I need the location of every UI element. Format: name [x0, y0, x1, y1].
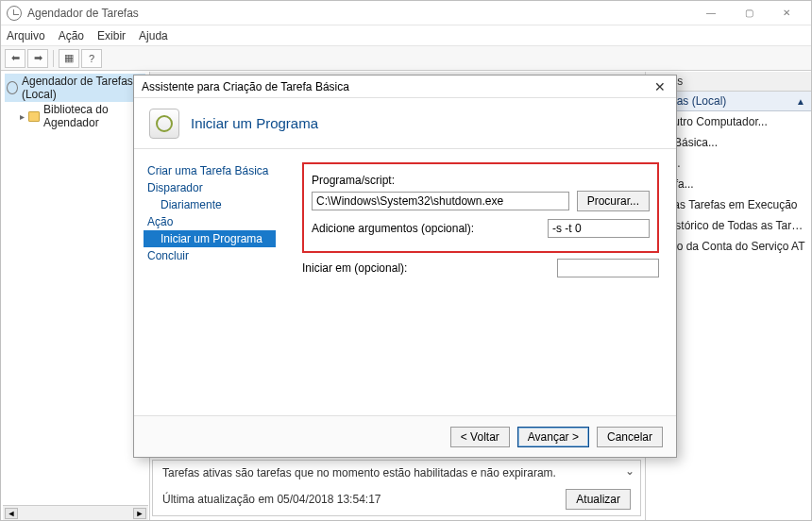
browse-button[interactable]: Procurar...	[577, 191, 650, 211]
back-button-wizard[interactable]: < Voltar	[450, 427, 510, 447]
tree-root-label: Agendador de Tarefas (Local)	[22, 75, 145, 101]
nav-daily[interactable]: Diariamente	[144, 196, 276, 213]
startin-label: Iniciar em (opcional):	[302, 261, 491, 275]
nav-action[interactable]: Ação	[144, 213, 276, 230]
tree-hscrollbar[interactable]: ◄ ►	[3, 505, 148, 520]
wizard-nav: Criar uma Tarefa Básica Disparador Diari…	[134, 149, 285, 415]
toolbar-btn-2[interactable]: ?	[81, 49, 102, 68]
wizard-close-button[interactable]: ✕	[651, 78, 668, 95]
scroll-right-icon[interactable]: ►	[133, 508, 146, 519]
toolbar: ⬅ ➡ ▦ ?	[1, 46, 811, 71]
program-label: Programa/script:	[312, 174, 395, 187]
args-input[interactable]	[548, 219, 650, 238]
nav-finish[interactable]: Concluir	[144, 247, 276, 264]
toolbar-btn-1[interactable]: ▦	[59, 49, 79, 68]
wizard-header-icon	[149, 109, 179, 139]
tree-root[interactable]: Agendador de Tarefas (Local)	[5, 74, 145, 102]
menu-ajuda[interactable]: Ajuda	[139, 29, 168, 42]
wizard-body: Criar uma Tarefa Básica Disparador Diari…	[134, 149, 676, 415]
expand-icon[interactable]: ▸	[20, 111, 25, 122]
separator	[53, 50, 54, 67]
next-button[interactable]: Avançar >	[517, 427, 589, 447]
scheduler-icon	[7, 81, 18, 94]
minimize-button[interactable]: —	[692, 3, 730, 24]
main-window: Agendador de Tarefas — ▢ ✕ Arquivo Ação …	[0, 0, 812, 521]
nav-create-basic[interactable]: Criar uma Tarefa Básica	[144, 162, 276, 179]
tree-panel: Agendador de Tarefas (Local) ▸ Bibliotec…	[1, 72, 150, 520]
tree-library[interactable]: ▸ Biblioteca do Agendador	[18, 102, 145, 130]
wizard-titlebar: Assistente para Criação de Tarefa Básica…	[134, 76, 676, 98]
folder-icon	[28, 111, 40, 122]
nav-trigger[interactable]: Disparador	[144, 179, 276, 196]
cancel-button[interactable]: Cancelar	[597, 427, 663, 447]
collapse-icon[interactable]: ▲	[796, 96, 805, 107]
tree-library-label: Biblioteca do Agendador	[43, 103, 145, 129]
titlebar: Agendador de Tarefas — ▢ ✕	[1, 1, 811, 25]
menu-exibir[interactable]: Exibir	[97, 29, 126, 42]
forward-button[interactable]: ➡	[27, 49, 48, 68]
chevron-down-icon[interactable]: ⌄	[625, 464, 634, 478]
back-button[interactable]: ⬅	[5, 49, 25, 68]
window-controls: — ▢ ✕	[692, 3, 805, 24]
window-title: Agendador de Tarefas	[27, 7, 692, 20]
menubar: Arquivo Ação Exibir Ajuda	[1, 25, 811, 46]
last-update-text: Última atualização em 05/04/2018 13:54:1…	[162, 493, 381, 506]
refresh-button[interactable]: Atualizar	[566, 489, 631, 510]
active-tasks-text: Tarefas ativas são tarefas que no moment…	[162, 466, 631, 479]
basic-task-wizard: Assistente para Criação de Tarefa Básica…	[133, 75, 677, 458]
startin-input[interactable]	[557, 259, 659, 277]
maximize-button[interactable]: ▢	[730, 3, 768, 24]
args-label: Adicione argumentos (opcional):	[312, 222, 500, 235]
scroll-left-icon[interactable]: ◄	[5, 508, 18, 519]
menu-acao[interactable]: Ação	[59, 29, 84, 42]
app-icon	[7, 6, 22, 21]
wizard-heading: Iniciar um Programa	[191, 115, 318, 131]
menu-arquivo[interactable]: Arquivo	[7, 29, 45, 42]
wizard-header: Iniciar um Programa	[134, 98, 676, 149]
nav-start-program[interactable]: Iniciar um Programa	[144, 230, 276, 247]
highlighted-area: Programa/script: Procurar... Adicione ar…	[302, 162, 659, 253]
active-tasks-panel: ⌄ Tarefas ativas são tarefas que no mome…	[152, 460, 641, 516]
wizard-title: Assistente para Criação de Tarefa Básica	[142, 80, 349, 93]
wizard-form: Programa/script: Procurar... Adicione ar…	[285, 149, 676, 415]
program-input[interactable]	[312, 192, 569, 210]
close-button[interactable]: ✕	[768, 3, 805, 24]
wizard-button-bar: < Voltar Avançar > Cancelar	[134, 415, 676, 457]
